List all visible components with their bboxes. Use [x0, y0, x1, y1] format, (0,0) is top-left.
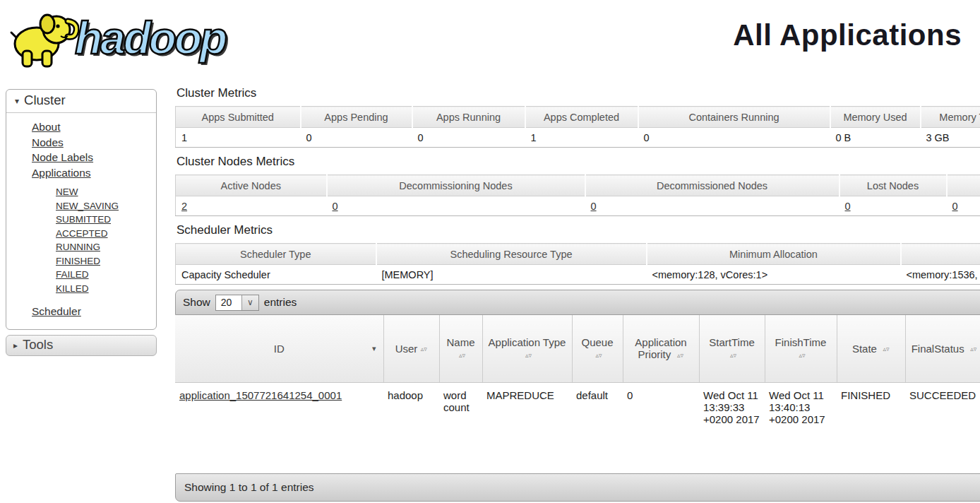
sidebar-item-state-new[interactable]: NEW: [56, 185, 156, 199]
decommissioned-nodes-link[interactable]: 0: [591, 201, 597, 212]
sort-desc-icon: ▾: [372, 344, 376, 353]
col-unhealthy-nodes: [947, 175, 980, 196]
col-memory-total: Memory Total: [921, 107, 980, 128]
applications-table: ID▾ User▵▿ Name ▵▿ Application Type ▵▿ Q…: [175, 315, 980, 469]
cluster-metrics-heading: Cluster Metrics: [177, 86, 980, 100]
active-nodes-link[interactable]: 2: [181, 201, 187, 212]
apps-pending-value: 0: [301, 128, 412, 148]
col-minimum-allocation: Minimum Allocation: [647, 244, 901, 265]
col-apps-pending: Apps Pending: [301, 107, 412, 128]
memory-used-value: 0 B: [830, 128, 921, 148]
col-header-state[interactable]: State ▵▿: [837, 315, 905, 382]
decommissioning-nodes-link[interactable]: 0: [333, 201, 338, 212]
scheduler-metrics-header-row: Scheduler Type Scheduling Resource Type …: [176, 244, 980, 265]
sidebar-item-scheduler[interactable]: Scheduler: [32, 305, 156, 318]
sidebar-item-node-labels[interactable]: Node Labels: [32, 150, 156, 165]
application-name: word count: [439, 382, 482, 469]
sort-icon: ▵▿: [595, 353, 602, 358]
hadoop-logo: hadoop: [6, 3, 225, 73]
cluster-nodes-header-row: Active Nodes Decommissioning Nodes Decom…: [176, 175, 980, 196]
sort-icon: ▵▿: [730, 353, 737, 358]
main-content: Cluster Metrics Apps Submitted Apps Pend…: [175, 85, 980, 503]
col-apps-completed: Apps Completed: [525, 107, 638, 128]
col-header-queue[interactable]: Queue ▵▿: [572, 315, 623, 382]
caret-down-icon: ▾: [15, 96, 19, 106]
scheduler-metrics-value-row: Capacity Scheduler [MEMORY] <memory:128,…: [176, 265, 980, 285]
col-decommissioning-nodes: Decommissioning Nodes: [327, 175, 585, 196]
cluster-section-label: Cluster: [24, 93, 66, 107]
apps-submitted-value: 1: [176, 128, 301, 148]
cluster-metrics-table: Apps Submitted Apps Pending Apps Running…: [175, 106, 980, 148]
sidebar-item-applications[interactable]: Applications: [32, 165, 156, 181]
tools-accordion-header[interactable]: ▸Tools: [6, 335, 157, 356]
sidebar-item-nodes[interactable]: Nodes: [32, 135, 156, 150]
unhealthy-nodes-link[interactable]: 0: [952, 201, 958, 212]
show-label: Show: [183, 296, 210, 309]
sidebar-item-about[interactable]: About: [32, 119, 156, 135]
col-apps-running: Apps Running: [412, 107, 525, 128]
application-queue: default: [572, 382, 623, 469]
sort-icon: ▵▿: [883, 347, 890, 352]
sidebar-item-state-running[interactable]: RUNNING: [56, 240, 156, 254]
minimum-allocation-value: <memory:128, vCores:1>: [647, 265, 901, 285]
col-header-application-priority[interactable]: Application Priority ▵▿: [623, 315, 699, 382]
application-row: application_1507721641254_0001 hadoop wo…: [175, 382, 980, 469]
sidebar-item-state-failed[interactable]: FAILED: [56, 268, 156, 282]
hadoop-elephant-icon: [6, 3, 79, 73]
col-header-finishtime[interactable]: FinishTime ▵▿: [765, 315, 837, 382]
sidebar: ▾Cluster About Nodes Node Labels Applica…: [6, 89, 157, 356]
sort-icon: ▵▿: [970, 347, 977, 352]
sidebar-item-state-accepted[interactable]: ACCEPTED: [56, 227, 156, 241]
sidebar-item-state-new-saving[interactable]: NEW_SAVING: [56, 199, 156, 213]
col-scheduler-type: Scheduler Type: [176, 244, 376, 265]
sidebar-cluster-section: ▾Cluster About Nodes Node Labels Applica…: [6, 89, 157, 330]
sidebar-item-state-finished[interactable]: FINISHED: [56, 254, 156, 268]
memory-total-value: 3 GB: [921, 128, 980, 148]
cluster-metrics-value-row: 1 0 0 1 0 0 B 3 GB: [176, 128, 980, 148]
tools-section-label: Tools: [23, 337, 53, 352]
application-starttime: Wed Oct 11 13:39:33 +0200 2017: [699, 382, 765, 469]
scheduler-type-value: Capacity Scheduler: [176, 265, 376, 285]
maximum-allocation-value: <memory:1536, vCores:4>: [901, 265, 980, 285]
cluster-nav: About Nodes Node Labels Applications NEW…: [6, 113, 156, 295]
containers-running-value: 0: [638, 128, 830, 148]
sidebar-item-state-submitted[interactable]: SUBMITTED: [56, 213, 156, 227]
cluster-nodes-metrics-heading: Cluster Nodes Metrics: [177, 155, 980, 169]
application-user: hadoop: [383, 382, 439, 469]
col-header-finalstatus[interactable]: FinalStatus ▵▿: [905, 315, 980, 382]
scheduler-metrics-heading: Scheduler Metrics: [177, 223, 980, 237]
sidebar-item-state-killed[interactable]: KILLED: [56, 282, 156, 296]
col-decommissioned-nodes: Decommissioned Nodes: [585, 175, 839, 196]
col-lost-nodes: Lost Nodes: [839, 175, 947, 196]
scheduling-resource-type-value: [MEMORY]: [376, 265, 647, 285]
sort-icon: ▵▿: [676, 353, 683, 358]
page-size-value: 20: [216, 295, 241, 310]
sort-icon: ▵▿: [799, 353, 806, 358]
lost-nodes-link[interactable]: 0: [845, 201, 851, 212]
page-size-select[interactable]: 20 ∨: [215, 295, 259, 311]
sort-icon: ▵▿: [459, 353, 466, 358]
col-header-name[interactable]: Name ▵▿: [439, 315, 482, 382]
col-header-starttime[interactable]: StartTime ▵▿: [699, 315, 765, 382]
caret-right-icon: ▸: [13, 341, 18, 350]
cluster-accordion-header[interactable]: ▾Cluster: [6, 90, 156, 113]
cluster-nodes-metrics-table: Active Nodes Decommissioning Nodes Decom…: [175, 174, 980, 216]
hadoop-logo-text: hadoop: [75, 3, 225, 73]
col-header-application-type[interactable]: Application Type ▵▿: [482, 315, 572, 382]
scheduler-metrics-table: Scheduler Type Scheduling Resource Type …: [175, 243, 980, 285]
application-type: MAPREDUCE: [482, 382, 572, 469]
sort-icon: ▵▿: [420, 347, 427, 352]
applications-header-row: ID▾ User▵▿ Name ▵▿ Application Type ▵▿ Q…: [175, 315, 980, 382]
application-finalstatus: SUCCEEDED: [905, 382, 980, 469]
page-title: All Applications: [733, 18, 962, 52]
apps-running-value: 0: [412, 128, 525, 148]
chevron-down-icon: ∨: [241, 295, 258, 310]
cluster-metrics-header-row: Apps Submitted Apps Pending Apps Running…: [176, 107, 980, 128]
col-active-nodes: Active Nodes: [176, 175, 327, 196]
application-priority: 0: [623, 382, 699, 469]
application-id-link[interactable]: application_1507721641254_0001: [179, 389, 342, 401]
cluster-nodes-value-row: 2 0 0 0 0: [176, 196, 980, 216]
col-header-id[interactable]: ID▾: [175, 315, 383, 382]
application-states-nav: NEW NEW_SAVING SUBMITTED ACCEPTED RUNNIN…: [56, 185, 156, 295]
col-header-user[interactable]: User▵▿: [383, 315, 439, 382]
